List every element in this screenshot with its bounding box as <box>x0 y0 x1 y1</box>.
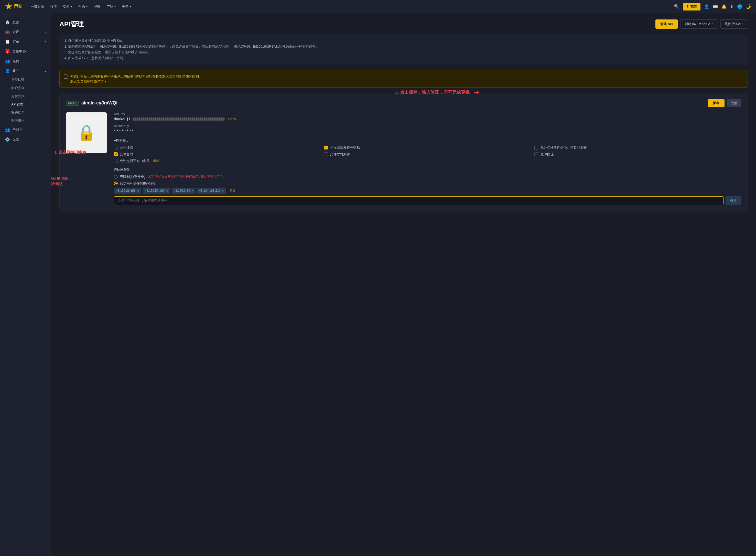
main-layout: 🏠 总览 💼 资产 ▾ 📋 订单 ▾ 🎁 奖励中心 👥 返佣 👤 账户 ▴ 身 <box>0 13 756 556</box>
logo[interactable]: 币安 <box>5 3 22 10</box>
perm-withdraw-checkbox[interactable] <box>534 152 538 156</box>
cancel-button[interactable]: 取消 <box>727 99 742 107</box>
deposit-button[interactable]: ⬇ 充值 <box>683 3 700 10</box>
api-label-name: aicoin-eyJraWQi <box>81 100 117 106</box>
nav-item-finance[interactable]: 理财 <box>91 3 103 10</box>
info-line-2: 2. 请勿将您的API密钥、HMAC密钥、Ed25519或RSA私钥透露给任何人… <box>65 44 743 50</box>
annotation-1: 1. 点击删掉旧的 IP <box>55 150 86 155</box>
assets-icon: 💼 <box>5 30 10 34</box>
top-navigation: 币安 一键买币 行情 交易▾ 合约▾ 理财 广场▾ 更多▾ 🔍 ⬇ 充值 👤 💳… <box>0 0 756 13</box>
perm-transfer-checkbox[interactable] <box>324 152 328 156</box>
perm-margin-borrow: 允许杠杆质押借币、还款和划转 <box>534 145 742 150</box>
ip-tag-0: 43.156.26.196 ✕ <box>114 188 141 194</box>
permissions-grid: 允许读取 允许现货及杠杆交易 允许杠杆质押借币、还款和划转 <box>114 145 742 163</box>
top-right-actions: 🔍 ⬇ 充值 👤 💳 🔔 ⬇ 🌐 🌙 <box>674 3 751 10</box>
sidebar-item-subaccount[interactable]: 👥 子账户 <box>0 125 51 135</box>
nav-item-trade[interactable]: 交易▾ <box>61 3 75 10</box>
ip-unlimited-warning: 此API密钥允许从任何IP地址进行访问，因此不建议启用。 <box>147 175 226 179</box>
sidebar-item-kyc[interactable]: 身份认证 <box>0 76 51 84</box>
sidebar-item-statement[interactable]: 账户结单 <box>0 108 51 117</box>
deposit-icon: ⬇ <box>686 5 689 8</box>
sidebar: 🏠 总览 💼 资产 ▾ 📋 订单 ▾ 🎁 奖励中心 👥 返佣 👤 账户 ▴ 身 <box>0 13 51 556</box>
api-key-text: d0ukeUjl <box>114 117 131 121</box>
account-children: 身份认证 账户安全 支付方式 API管理 账户结单 财务报告 <box>0 76 51 125</box>
copy-button[interactable]: Copy <box>228 117 236 121</box>
ip-input-field[interactable] <box>114 196 723 205</box>
create-api-button[interactable]: 创建 API <box>655 20 678 29</box>
sidebar-item-api[interactable]: API管理 <box>0 100 51 108</box>
subaccount-icon: 👥 <box>5 128 10 132</box>
perm-whitelist: 允许交易币对白名单 编辑 <box>114 159 321 163</box>
sidebar-item-rewards[interactable]: 🎁 奖励中心 <box>0 46 51 56</box>
sidebar-item-security[interactable]: 账户安全 <box>0 84 51 92</box>
sidebar-item-settings[interactable]: ⚙️ 设置 <box>0 135 51 144</box>
nav-item-quickbuy[interactable]: 一键买币 <box>28 3 46 10</box>
nav-item-markets[interactable]: 行情 <box>47 3 59 10</box>
ip-radio-trusted[interactable] <box>114 181 118 185</box>
perm-spot-checkbox[interactable] <box>324 146 328 149</box>
api-key-value: d0ukeUjl Copy <box>114 117 742 121</box>
perm-futures-checkbox[interactable] <box>114 152 118 156</box>
warning-checkbox[interactable] <box>64 74 68 79</box>
delete-all-api-button[interactable]: 删除所有API <box>720 20 748 29</box>
perm-withdraw: 允许提现 <box>534 152 742 157</box>
nav-item-futures[interactable]: 合约▾ <box>76 3 90 10</box>
sidebar-item-assets[interactable]: 💼 资产 ▾ <box>0 27 51 37</box>
ip-option-trusted[interactable]: 只访问可信任的IP(推荐) <box>114 181 742 186</box>
top-menu: 一键买币 行情 交易▾ 合约▾ 理财 广场▾ 更多▾ <box>28 3 674 10</box>
ip-tag-3-remove[interactable]: ✕ <box>222 189 224 193</box>
create-tax-api-button[interactable]: 创建Tax Report API <box>680 20 718 29</box>
sidebar-item-financial[interactable]: 财务报告 <box>0 117 51 125</box>
info-line-3: 3. 为提高您账户的安全性，建议仅授予可信IP以访问权限。 <box>65 49 743 55</box>
ip-tag-1-remove[interactable]: ✕ <box>166 189 168 193</box>
confirm-ip-button[interactable]: 确认 <box>725 196 742 205</box>
hmac-badge: HMAC <box>66 101 79 106</box>
warning-link[interactable]: 默认安全控制措施详情 ▾ <box>70 79 202 84</box>
ip-radio-unlimited[interactable] <box>114 175 118 179</box>
ip-tag-0-remove[interactable]: ✕ <box>137 189 139 193</box>
ip-tags: 43.156.26.196 ✕ 43.159.50.196 ✕ 43.156.3… <box>114 188 742 194</box>
account-chevron-icon: ▴ <box>44 70 46 72</box>
warning-box: 勾选此框后，您的主账户和子账户上的所有现有API密钥都将受默认安全控制措施的限制… <box>59 70 748 88</box>
nav-item-more[interactable]: 更多▾ <box>119 3 134 10</box>
secret-key-value: ******** <box>114 129 742 134</box>
annotation-2: 2. 将第一步复制到 IP 地址， 粘贴到这里，点击确认 <box>51 176 72 186</box>
perm-read-checkbox[interactable] <box>114 146 118 149</box>
search-icon[interactable]: 🔍 <box>674 4 679 9</box>
wallet-icon[interactable]: 💳 <box>713 4 718 9</box>
page-header: API管理 创建 API 创建Tax Report API 删除所有API <box>59 20 748 29</box>
ip-option-unlimited[interactable]: 无限制(缺乏安全) 此API密钥允许从任何IP地址进行访问，因此不建议启用。 <box>114 175 742 179</box>
lock-icon: 🔒 <box>77 124 96 142</box>
theme-icon[interactable]: 🌙 <box>746 4 751 9</box>
info-section: 1. 每个账户最多可以创建 30 个 API Key。 2. 请勿将您的API密… <box>59 34 748 65</box>
notification-icon[interactable]: 🔔 <box>721 4 727 9</box>
edit-whitelist-link[interactable]: 编辑 <box>153 159 159 163</box>
ip-title: IP访问限制 <box>114 167 742 172</box>
ip-tag-2: 43.156.3.24 ✕ <box>172 188 195 194</box>
sidebar-item-referral[interactable]: 👥 返佣 <box>0 56 51 66</box>
api-key-blurred <box>133 117 225 120</box>
user-icon[interactable]: 👤 <box>704 4 709 9</box>
ip-tag-2-remove[interactable]: ✕ <box>191 189 193 193</box>
more-ips-button[interactable]: 更多 <box>227 188 238 194</box>
home-icon: 🏠 <box>5 20 10 25</box>
info-line-1: 1. 每个账户最多可以创建 30 个 API Key。 <box>65 38 743 44</box>
download-icon[interactable]: ⬇ <box>730 4 733 9</box>
perm-whitelist-checkbox[interactable] <box>114 159 118 163</box>
ip-tag-3: 43.134.163.212 ✕ <box>197 188 226 194</box>
warning-text: 勾选此框后，您的主账户和子账户上的所有现有API密钥都将受默认安全控制措施的限制… <box>70 74 202 79</box>
perm-spot: 允许现货及杠杆交易 <box>324 145 531 150</box>
page-title: API管理 <box>59 20 84 29</box>
logo-icon <box>5 3 12 10</box>
sidebar-item-orders[interactable]: 📋 订单 ▾ <box>0 37 51 46</box>
api-card-body: 🔒 API Key d0ukeUjl Copy Secret Key <box>66 112 742 205</box>
rewards-icon: 🎁 <box>5 49 10 54</box>
sidebar-item-payment[interactable]: 支付方式 <box>0 92 51 100</box>
perm-margin-borrow-checkbox[interactable] <box>534 146 538 149</box>
save-button[interactable]: 保存 <box>708 99 724 107</box>
nav-item-square[interactable]: 广场▾ <box>104 3 118 10</box>
sidebar-item-account[interactable]: 👤 账户 ▴ <box>0 66 51 76</box>
language-icon[interactable]: 🌐 <box>737 4 742 9</box>
sidebar-item-overview[interactable]: 🏠 总览 <box>0 18 51 27</box>
referral-icon: 👥 <box>5 59 10 64</box>
